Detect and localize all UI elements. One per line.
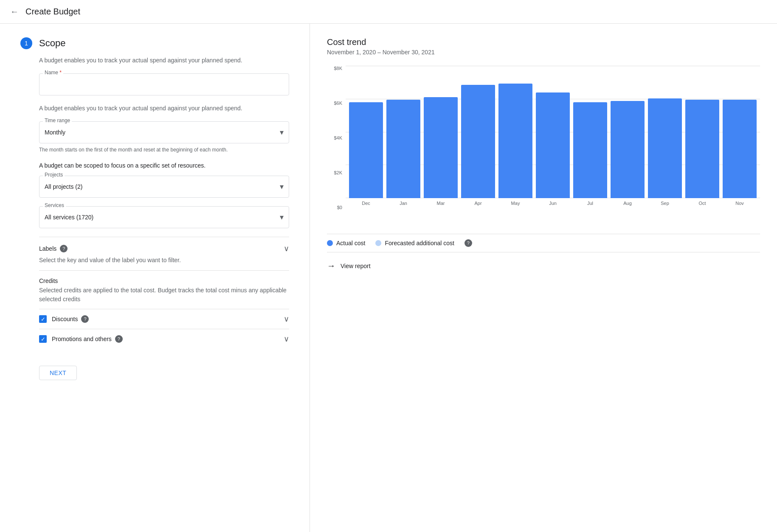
services-label: Services (43, 202, 66, 208)
y-label-0: $0 (337, 205, 342, 210)
view-report-link[interactable]: → View report (327, 261, 760, 271)
y-label-6k: $6K (334, 101, 342, 106)
projects-value: All projects (2) (45, 183, 280, 190)
bar-group (498, 66, 532, 198)
bars-area: DecJanMarAprMayJunJulAugSepOctNov (346, 66, 760, 210)
services-value: All services (1720) (45, 214, 280, 221)
forecast-legend: Forecasted additional cost (375, 240, 454, 246)
x-axis-label: May (498, 201, 532, 206)
projects-select[interactable]: Projects All projects (2) ▾ (39, 176, 289, 198)
x-axis-label: Mar (424, 201, 458, 206)
cost-chart: $8K $6K $4K $2K $0 (327, 66, 760, 227)
bar (349, 102, 383, 198)
labels-chevron-icon: ∨ (284, 244, 289, 253)
main-layout: 1 Scope A budget enables you to track yo… (0, 24, 777, 532)
x-axis-label: Sep (648, 201, 682, 206)
x-axis-label: Apr (461, 201, 495, 206)
required-star: * (59, 70, 62, 76)
bar-group (424, 66, 458, 198)
checkmark-icon: ✓ (41, 336, 45, 342)
credits-title: Credits (39, 277, 289, 284)
time-range-container: Time range Monthly ▾ The month starts on… (39, 121, 289, 154)
bar (536, 92, 570, 198)
bar-group (349, 66, 383, 198)
labels-section: Labels ? ∨ Select the key and value of t… (39, 237, 289, 270)
bar-group (611, 66, 645, 198)
time-range-helper: The month starts on the first of the mon… (39, 146, 289, 154)
right-panel: Cost trend November 1, 2020 – November 3… (310, 24, 777, 532)
bar (498, 84, 532, 198)
back-button[interactable]: ← (10, 7, 19, 17)
y-axis: $8K $6K $4K $2K $0 (327, 66, 346, 210)
left-panel: 1 Scope A budget enables you to track yo… (0, 24, 310, 532)
section-title: Scope (39, 38, 65, 49)
next-button[interactable]: NEXT (39, 366, 77, 380)
labels-header[interactable]: Labels ? ∨ (39, 244, 289, 253)
x-axis-label: Jul (573, 201, 607, 206)
bar (573, 102, 607, 198)
chart-legend: Actual cost Forecasted additional cost ? (327, 234, 760, 252)
bar-group (648, 66, 682, 198)
promotions-help-icon[interactable]: ? (115, 335, 123, 343)
y-label-4k: $4K (334, 135, 342, 140)
chevron-down-icon: ▾ (280, 182, 284, 191)
time-range-value: Monthly (45, 129, 280, 136)
bar-group (723, 66, 757, 198)
name-label: Name * (43, 70, 63, 76)
time-range-select[interactable]: Time range Monthly ▾ (39, 121, 289, 143)
forecast-dot (375, 240, 381, 246)
bar-group (573, 66, 607, 198)
promotions-chevron-icon: ∨ (284, 334, 289, 344)
discounts-chevron-icon: ∨ (284, 314, 289, 324)
scope-description: A budget can be scoped to focus on a spe… (39, 162, 289, 169)
labels-title: Labels ? (39, 245, 68, 252)
bar-group (461, 66, 495, 198)
promotions-row: ✓ Promotions and others ? ∨ (39, 329, 289, 349)
cost-trend-title: Cost trend (327, 37, 760, 47)
name-field-container: Name * (39, 73, 289, 95)
step-indicator: 1 (20, 37, 32, 49)
discounts-label: Discounts ? (52, 315, 89, 323)
discounts-help-icon[interactable]: ? (81, 315, 89, 323)
legend-help-icon[interactable]: ? (465, 239, 472, 247)
time-range-label: Time range (43, 118, 72, 123)
bar-group (536, 66, 570, 198)
y-label-2k: $2K (334, 170, 342, 175)
x-axis-label: Jun (536, 201, 570, 206)
discounts-checkbox[interactable]: ✓ (39, 315, 47, 323)
section-header: 1 Scope (20, 37, 289, 49)
bar (685, 100, 719, 198)
labels-help-icon[interactable]: ? (60, 245, 68, 252)
top-bar: ← Create Budget (0, 0, 777, 24)
actual-cost-dot (327, 240, 333, 246)
x-axis-label: Oct (685, 201, 719, 206)
promotions-label: Promotions and others ? (52, 335, 123, 343)
y-label-8k: $8K (334, 66, 342, 71)
labels-description: Select the key and value of the label yo… (39, 257, 289, 263)
chevron-down-icon: ▾ (280, 128, 284, 137)
projects-label: Projects (43, 172, 65, 178)
bar-group (685, 66, 719, 198)
checkmark-icon: ✓ (41, 316, 45, 322)
view-report-label: View report (341, 263, 371, 269)
actual-cost-label: Actual cost (336, 240, 365, 246)
services-select[interactable]: Services All services (1720) ▾ (39, 206, 289, 228)
bar (611, 101, 645, 198)
bar (723, 100, 757, 198)
x-axis-labels: DecJanMarAprMayJunJulAugSepOctNov (346, 198, 760, 206)
bar (648, 98, 682, 198)
services-container: Services All services (1720) ▾ (39, 206, 289, 228)
projects-container: Projects All projects (2) ▾ (39, 176, 289, 198)
promotions-checkbox[interactable]: ✓ (39, 335, 47, 343)
forecast-label: Forecasted additional cost (385, 240, 454, 246)
discounts-row: ✓ Discounts ? ∨ (39, 309, 289, 329)
x-axis-label: Nov (723, 201, 757, 206)
page-title: Create Budget (25, 7, 80, 17)
name-input[interactable] (45, 81, 284, 88)
chart-area: $8K $6K $4K $2K $0 (327, 66, 760, 210)
cost-trend-date: November 1, 2020 – November 30, 2021 (327, 49, 760, 56)
x-axis-label: Aug (611, 201, 645, 206)
name-input-wrapper[interactable]: Name * (39, 73, 289, 95)
bar-group (386, 66, 420, 198)
bar (461, 85, 495, 198)
